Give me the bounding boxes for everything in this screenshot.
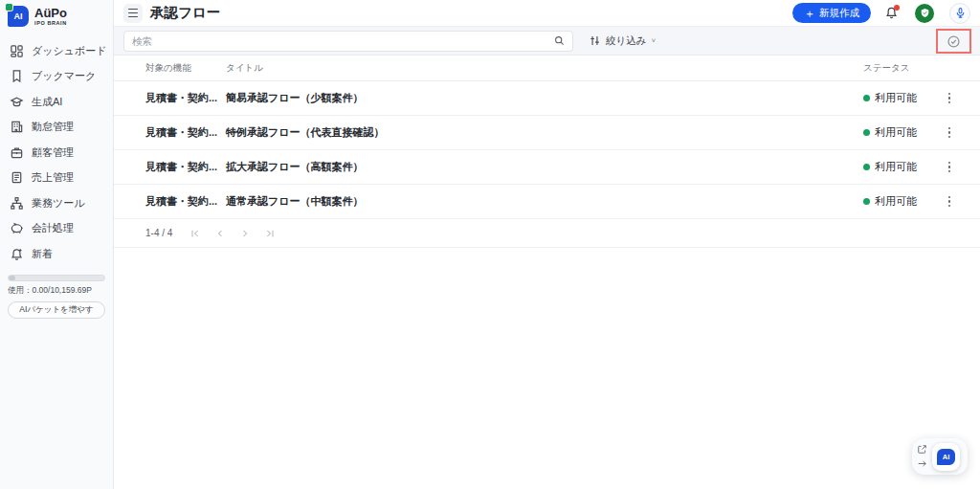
table-row[interactable]: 見積書・契約... 拡大承認フロー（高額案件） 利用可能 bbox=[114, 150, 980, 185]
next-page-icon[interactable] bbox=[237, 226, 253, 241]
microphone-icon bbox=[954, 7, 967, 19]
column-header-title: タイトル bbox=[226, 62, 863, 75]
ai-chat-button[interactable]: AI bbox=[932, 443, 960, 471]
sidebar-item-accounting[interactable]: 会計処理 bbox=[0, 216, 113, 242]
search-filter-toolbar: 絞り込み ˅ bbox=[114, 27, 980, 56]
security-status-button[interactable] bbox=[915, 4, 934, 23]
main-area: 承認フロー ＋ 新規作成 bbox=[114, 0, 980, 489]
table-header-row: 対象の機能 タイトル ステータス bbox=[114, 56, 980, 81]
sales-icon bbox=[10, 170, 24, 185]
generative-ai-icon bbox=[10, 95, 24, 109]
cell-function: 見積書・契約... bbox=[145, 125, 226, 140]
notifications-button[interactable] bbox=[882, 5, 900, 22]
cell-title: 拡大承認フロー（高額案件） bbox=[226, 160, 863, 174]
shield-icon bbox=[920, 8, 930, 18]
table-row[interactable]: 見積書・契約... 簡易承認フロー（少額案件） 利用可能 bbox=[114, 81, 980, 116]
sidebar-item-label: 生成AI bbox=[32, 95, 62, 109]
sidebar-item-label: 業務ツール bbox=[32, 196, 85, 211]
sidebar-item-generative-ai[interactable]: 生成AI bbox=[0, 89, 113, 115]
create-new-label: 新規作成 bbox=[819, 7, 859, 20]
app-logo[interactable]: AI AüPo IPO BRAIN bbox=[0, 0, 113, 32]
app-subtitle: IPO BRAIN bbox=[34, 20, 67, 26]
sidebar-item-tools[interactable]: 業務ツール bbox=[0, 190, 113, 216]
status-dot-icon bbox=[863, 95, 870, 101]
new-arrivals-icon bbox=[10, 247, 24, 261]
check-circle-icon[interactable] bbox=[947, 34, 961, 49]
filter-sliders-icon bbox=[589, 34, 601, 47]
kebab-menu-icon[interactable] bbox=[945, 89, 955, 108]
sidebar-item-label: 顧客管理 bbox=[32, 145, 74, 160]
status-dot-icon bbox=[863, 164, 870, 170]
sidebar: AI AüPo IPO BRAIN ダッシュボード ブックマーク 生成AI bbox=[0, 0, 114, 489]
notification-badge bbox=[894, 5, 900, 11]
kebab-menu-icon[interactable] bbox=[945, 123, 955, 143]
sidebar-item-label: 会計処理 bbox=[32, 221, 74, 235]
column-header-status: ステータス bbox=[863, 62, 930, 75]
sidebar-item-label: ブックマーク bbox=[32, 69, 96, 83]
status-dot-icon bbox=[863, 198, 870, 205]
table-row[interactable]: 見積書・契約... 通常承認フロー（中額案件） 利用可能 bbox=[114, 185, 980, 219]
sidebar-item-dashboard[interactable]: ダッシュボード bbox=[0, 38, 113, 64]
status-badge: 利用可能 bbox=[875, 194, 917, 209]
sidebar-item-attendance[interactable]: 勤怠管理 bbox=[0, 115, 113, 141]
sidebar-item-new-arrivals[interactable]: 新着 bbox=[0, 241, 113, 267]
filter-button[interactable]: 絞り込み ˅ bbox=[589, 34, 656, 48]
ai-bubble-icon: AI bbox=[937, 449, 955, 465]
add-ai-packet-button[interactable]: AIパケットを増やす bbox=[8, 301, 105, 319]
usage-progress-bar bbox=[8, 275, 105, 281]
ai-assistant-widget: AI bbox=[912, 438, 968, 475]
sidebar-item-sales[interactable]: 売上管理 bbox=[0, 166, 113, 191]
sidebar-nav: ダッシュボード ブックマーク 生成AI 勤怠管理 顧客管理 売上管理 bbox=[0, 32, 113, 267]
cell-function: 見積書・契約... bbox=[145, 91, 226, 105]
cell-function: 見積書・契約... bbox=[145, 160, 226, 174]
sidebar-item-label: ダッシュボード bbox=[32, 44, 107, 58]
search-box bbox=[123, 31, 573, 52]
sidebar-item-bookmark[interactable]: ブックマーク bbox=[0, 64, 113, 90]
voice-input-button[interactable] bbox=[949, 3, 970, 24]
arrow-right-icon[interactable] bbox=[917, 458, 927, 469]
status-badge: 利用可能 bbox=[875, 91, 917, 105]
cell-title: 通常承認フロー（中額案件） bbox=[226, 194, 863, 209]
logo-green-badge-icon bbox=[5, 3, 13, 11]
usage-progress-fill bbox=[9, 276, 15, 280]
kebab-menu-icon[interactable] bbox=[945, 158, 955, 177]
top-bar: 承認フロー ＋ 新規作成 bbox=[114, 0, 980, 27]
bookmark-icon bbox=[10, 69, 24, 83]
first-page-icon[interactable] bbox=[188, 226, 203, 241]
page-title: 承認フロー bbox=[150, 4, 220, 22]
search-input[interactable] bbox=[124, 32, 546, 51]
attendance-icon bbox=[10, 120, 24, 134]
tools-icon bbox=[10, 196, 24, 211]
status-badge: 利用可能 bbox=[875, 125, 917, 140]
column-header-function: 対象の機能 bbox=[145, 62, 226, 75]
cell-title: 簡易承認フロー（少額案件） bbox=[226, 91, 863, 105]
app-window: AI AüPo IPO BRAIN ダッシュボード ブックマーク 生成AI bbox=[0, 0, 980, 489]
usage-label: 使用：0.00/10,159.69P bbox=[8, 285, 105, 297]
sidebar-item-label: 勤怠管理 bbox=[32, 120, 74, 134]
sidebar-item-label: 新着 bbox=[32, 247, 53, 261]
plus-icon: ＋ bbox=[804, 8, 815, 19]
pagination-range: 1-4 / 4 bbox=[145, 228, 172, 238]
prev-page-icon[interactable] bbox=[212, 226, 228, 241]
cell-title: 特例承認フロー（代表直接確認） bbox=[226, 125, 863, 140]
chevron-down-icon: ˅ bbox=[652, 36, 657, 45]
status-dot-icon bbox=[863, 129, 870, 136]
last-page-icon[interactable] bbox=[262, 226, 278, 241]
app-logo-icon: AI bbox=[8, 6, 29, 27]
search-button[interactable] bbox=[546, 32, 572, 51]
table-row[interactable]: 見積書・契約... 特例承認フロー（代表直接確認） 利用可能 bbox=[114, 116, 980, 150]
customer-icon bbox=[10, 145, 24, 160]
filter-label: 絞り込み bbox=[606, 34, 647, 48]
open-in-new-icon[interactable] bbox=[917, 444, 927, 455]
search-icon bbox=[553, 34, 566, 47]
cell-function: 見積書・契約... bbox=[145, 194, 226, 209]
kebab-menu-icon[interactable] bbox=[945, 192, 955, 211]
accounting-icon bbox=[10, 221, 24, 235]
menu-icon[interactable] bbox=[123, 4, 143, 23]
create-new-button[interactable]: ＋ 新規作成 bbox=[792, 3, 871, 23]
app-name: AüPo bbox=[34, 7, 67, 20]
dashboard-icon bbox=[10, 44, 24, 58]
annotation-highlight-box bbox=[936, 29, 971, 54]
status-badge: 利用可能 bbox=[875, 160, 917, 174]
sidebar-item-customer[interactable]: 顧客管理 bbox=[0, 140, 113, 166]
